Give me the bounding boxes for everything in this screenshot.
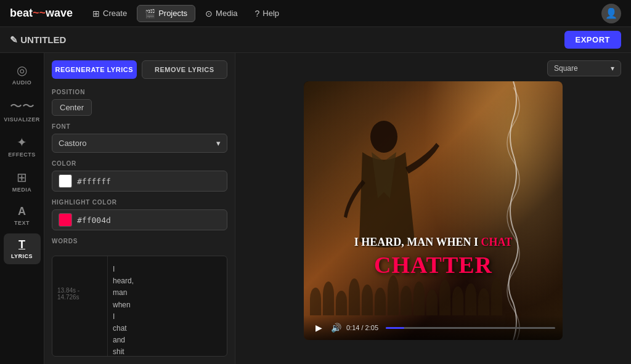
crowd-person — [439, 280, 450, 315]
aspect-chevron-icon: ▾ — [611, 64, 614, 73]
word-item: shit — [113, 346, 222, 356]
nav-right: 👤 — [601, 4, 621, 23]
color-swatch[interactable] — [59, 174, 72, 188]
words-section: WORDS — [44, 238, 235, 256]
lyrics-highlight-text: CHAT — [481, 236, 513, 248]
crowd-person — [336, 291, 347, 315]
time-display: 0:14 / 2:05 — [346, 324, 378, 331]
visualizer-icon: 〜〜 — [10, 98, 35, 115]
play-button[interactable]: ▶ — [311, 320, 326, 335]
word-item: I — [113, 264, 222, 275]
project-name-text: ✎ UNTITLED — [10, 34, 66, 46]
projects-nav-btn[interactable]: 🎬 Projects — [137, 5, 195, 22]
position-label: POSITION — [52, 89, 227, 95]
lyrics-overlay: I HEARD, MAN WHEN I CHAT CHATTER — [304, 236, 563, 278]
projects-icon: 🎬 — [145, 9, 155, 18]
create-nav-btn[interactable]: ⊞ Create — [85, 6, 134, 22]
crowd-person — [349, 278, 360, 315]
aspect-ratio-selector[interactable]: Square ▾ — [547, 60, 621, 76]
title-bar: ✎ UNTITLED EXPORT — [0, 27, 631, 53]
audio-icon: ◎ — [17, 63, 27, 78]
word-item: and — [113, 334, 222, 346]
crowd-person — [362, 285, 373, 315]
highlight-color-swatch[interactable] — [59, 213, 72, 227]
color-picker-row[interactable]: #ffffff — [52, 171, 227, 192]
highlight-color-picker-row[interactable]: #ff004d — [52, 209, 227, 230]
crowd-person — [452, 286, 463, 315]
progress-fill — [386, 327, 404, 329]
time-total: 2:05 — [365, 324, 378, 331]
word-item: when — [113, 299, 222, 311]
sidebar-item-media[interactable]: ⊞ MEDIA — [4, 165, 41, 198]
crowd-person — [388, 275, 399, 315]
color-label: COLOR — [52, 160, 227, 167]
video-preview: I HEARD, MAN WHEN I CHAT CHATTER ▶ 🔊 0:1… — [304, 81, 563, 340]
media-label: Media — [216, 9, 237, 18]
export-button[interactable]: EXPORT — [564, 31, 621, 49]
audio-label: AUDIO — [12, 79, 32, 86]
effects-label: EFFECTS — [8, 152, 36, 158]
volume-button[interactable]: 🔊 — [331, 323, 341, 333]
sidebar-item-visualizer[interactable]: 〜〜 VISUALIZER — [4, 93, 41, 127]
media-nav-btn[interactable]: ⊙ Media — [198, 6, 245, 22]
font-value: Castoro — [59, 139, 87, 148]
words-area: 13.84s - 14.726s I heard, man when I cha… — [52, 256, 227, 357]
sidebar: ◎ AUDIO 〜〜 VISUALIZER ✦ EFFECTS ⊞ MEDIA … — [0, 53, 44, 364]
video-controls: ▶ 🔊 0:14 / 2:05 — [304, 315, 563, 340]
preview-top-bar: Square ▾ — [245, 60, 621, 76]
regenerate-lyrics-button[interactable]: REGENERATE LYRICS — [52, 60, 137, 79]
font-selector[interactable]: Castoro ▾ — [52, 134, 227, 153]
time-range-text: 13.84s - 14.726s — [57, 287, 102, 301]
words-time-range: 13.84s - 14.726s — [52, 256, 108, 356]
user-avatar[interactable]: 👤 — [601, 4, 621, 23]
time-current: 0:14 — [346, 324, 359, 331]
svg-point-0 — [370, 121, 397, 153]
crowd-person — [375, 288, 386, 315]
sidebar-item-text[interactable]: A TEXT — [4, 200, 41, 231]
top-nav: beat~~wave ⊞ Create 🎬 Projects ⊙ Media ?… — [0, 0, 631, 27]
sidebar-item-effects[interactable]: ✦ EFFECTS — [4, 130, 41, 163]
font-label: FONT — [52, 123, 227, 130]
lyrics-panel: REGENERATE LYRICS REMOVE LYRICS POSITION… — [44, 53, 235, 364]
remove-lyrics-button[interactable]: REMOVE LYRICS — [142, 60, 228, 79]
sidebar-item-lyrics[interactable]: T LYRICS — [4, 233, 41, 264]
create-label: Create — [103, 9, 127, 18]
progress-bar[interactable] — [386, 327, 555, 329]
projects-label: Projects — [158, 9, 187, 18]
help-label: Help — [263, 9, 279, 18]
word-item: man — [113, 287, 222, 299]
create-icon: ⊞ — [92, 9, 100, 18]
word-item: I — [113, 311, 222, 323]
lyrics-line2: CHATTER — [316, 251, 550, 278]
crowd-person — [310, 288, 321, 315]
crowd-person — [465, 283, 476, 315]
font-section: FONT Castoro ▾ — [44, 123, 235, 160]
word-item: chat — [113, 323, 222, 334]
words-content[interactable]: I heard, man when I chat and shit — [108, 256, 227, 356]
sidebar-item-audio[interactable]: ◎ AUDIO — [4, 58, 41, 91]
word-item: heard, — [113, 275, 222, 287]
preview-area: Square ▾ — [235, 53, 631, 364]
color-section: COLOR #ffffff — [44, 160, 235, 199]
panel-top: REGENERATE LYRICS REMOVE LYRICS — [44, 53, 235, 89]
help-nav-btn[interactable]: ? Help — [248, 6, 287, 22]
logo-wave: ~~ — [33, 7, 46, 19]
action-buttons: REGENERATE LYRICS REMOVE LYRICS — [52, 60, 227, 79]
crowd-person — [401, 286, 412, 315]
lyrics-normal-text: I HEARD, MAN WHEN I — [354, 236, 478, 248]
position-selector[interactable]: Center — [52, 99, 92, 116]
help-icon: ? — [255, 9, 260, 18]
crowd-person — [323, 281, 334, 315]
effects-icon: ✦ — [17, 135, 27, 150]
project-title: ✎ UNTITLED — [10, 34, 66, 46]
media-icon: ⊙ — [205, 9, 213, 18]
lyrics-label: LYRICS — [11, 253, 33, 259]
media-sidebar-icon: ⊞ — [17, 170, 27, 185]
aspect-ratio-label: Square — [554, 64, 578, 73]
position-section: POSITION Center — [44, 89, 235, 123]
highlight-color-value-text: #ff004d — [77, 216, 111, 225]
logo: beat~~wave — [10, 7, 73, 20]
lyrics-icon: T — [18, 238, 25, 251]
visualizer-label: VISUALIZER — [4, 116, 40, 123]
main-area: ◎ AUDIO 〜〜 VISUALIZER ✦ EFFECTS ⊞ MEDIA … — [0, 53, 631, 364]
